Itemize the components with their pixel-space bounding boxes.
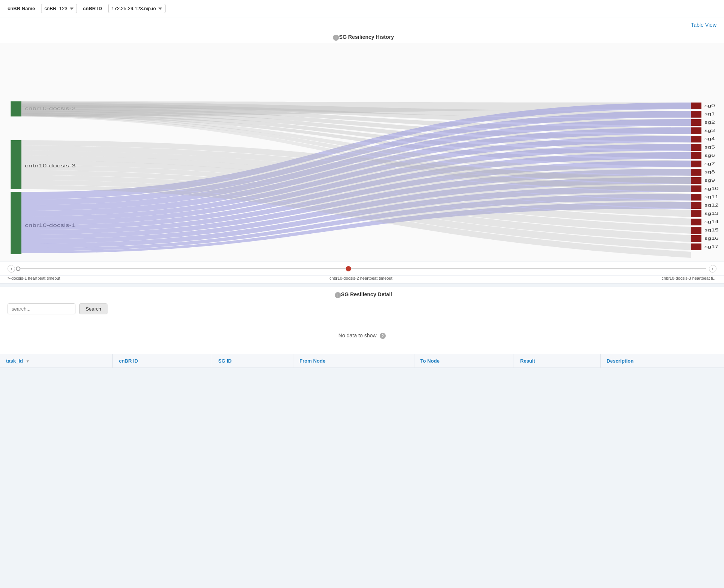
col-to-node[interactable]: To Node — [414, 354, 514, 368]
header-bar: cnBR Name cnBR_123 cnBR ID 172.25.29.123… — [0, 0, 724, 17]
svg-text:sg15: sg15 — [704, 228, 719, 232]
timeline-prev-arrow[interactable]: ‹ — [8, 265, 15, 273]
detail-table: task_id ▼ cnBR ID SG ID From Node To Nod… — [0, 354, 724, 368]
svg-text:sg16: sg16 — [704, 236, 719, 240]
timeline-label-right: cnbr10-docsis-3 heartbeat ti... — [661, 276, 716, 280]
svg-text:sg4: sg4 — [704, 136, 715, 141]
svg-rect-21 — [691, 194, 701, 201]
sankey-panel: i SG Resiliency History cnbr10-docsis-2 … — [0, 29, 724, 262]
svg-rect-11 — [691, 152, 701, 159]
sankey-diagram: cnbr10-docsis-2 cnbr10-docsis-3 cnbr10-d… — [0, 43, 724, 262]
svg-text:sg5: sg5 — [704, 145, 715, 149]
timeline-track — [18, 265, 706, 273]
svg-rect-17 — [691, 177, 701, 184]
svg-text:sg8: sg8 — [704, 170, 715, 174]
detail-info-icon[interactable]: i — [335, 292, 341, 298]
svg-rect-15 — [691, 169, 701, 176]
timeline-dot-active[interactable] — [346, 266, 351, 271]
timeline-bar: ‹ › — [0, 262, 724, 276]
svg-text:sg3: sg3 — [704, 128, 715, 133]
detail-panel: i SG Resiliency Detail Search No data to… — [0, 287, 724, 368]
svg-text:sg7: sg7 — [704, 161, 715, 166]
svg-rect-5 — [691, 127, 701, 134]
detail-title: SG Resiliency Detail — [341, 287, 392, 300]
svg-rect-23 — [691, 202, 701, 209]
sort-icon-task-id: ▼ — [26, 359, 29, 363]
col-sg-id[interactable]: SG ID — [212, 354, 293, 368]
timeline-next-arrow[interactable]: › — [709, 265, 716, 273]
timeline-dot-start — [16, 266, 20, 271]
right-label-sg0: sg0 — [704, 103, 715, 108]
svg-rect-27 — [691, 219, 701, 225]
cnbr-id-label: cnBR ID — [83, 6, 102, 11]
search-bar: Search — [0, 300, 724, 317]
svg-text:sg11: sg11 — [704, 194, 719, 199]
col-task-id[interactable]: task_id ▼ — [0, 354, 113, 368]
svg-text:sg17: sg17 — [704, 244, 719, 249]
svg-rect-33 — [691, 243, 701, 250]
svg-rect-7 — [691, 136, 701, 142]
col-from-node[interactable]: From Node — [293, 354, 414, 368]
svg-text:sg2: sg2 — [704, 120, 715, 124]
right-node-sg0 — [691, 103, 701, 109]
left-node-docsis3 — [11, 140, 21, 189]
timeline-label-left: >-docsis-1 heartbeat timeout — [8, 276, 60, 280]
svg-text:sg10: sg10 — [704, 186, 719, 191]
cnbr-id-select[interactable]: 172.25.29.123.nip.io — [108, 4, 166, 13]
svg-text:sg1: sg1 — [704, 112, 715, 116]
svg-text:sg9: sg9 — [704, 178, 715, 182]
svg-rect-9 — [691, 144, 701, 151]
left-node-docsis2 — [11, 101, 21, 116]
svg-rect-31 — [691, 235, 701, 242]
cnbr-name-label: cnBR Name — [8, 6, 35, 11]
no-data-message: No data to show ? — [0, 317, 724, 354]
sankey-info-icon[interactable]: i — [333, 35, 339, 41]
sankey-title: SG Resiliency History — [339, 29, 394, 43]
col-result[interactable]: Result — [514, 354, 600, 368]
col-cnbr-id[interactable]: cnBR ID — [113, 354, 212, 368]
svg-text:sg12: sg12 — [704, 203, 719, 207]
table-view-link[interactable]: Table View — [691, 22, 716, 28]
cnbr-name-select[interactable]: cnBR_123 — [41, 4, 77, 13]
no-data-text: No data to show — [338, 332, 376, 338]
svg-text:sg6: sg6 — [704, 153, 715, 158]
svg-rect-25 — [691, 210, 701, 217]
col-description[interactable]: Description — [600, 354, 724, 368]
svg-rect-1 — [691, 111, 701, 118]
no-data-help-icon[interactable]: ? — [380, 333, 386, 339]
svg-text:sg14: sg14 — [704, 219, 719, 224]
search-button[interactable]: Search — [79, 303, 107, 314]
table-view-section: Table View — [0, 17, 724, 29]
timeline-labels: >-docsis-1 heartbeat timeout cnbr10-docs… — [0, 276, 724, 284]
table-header-row: task_id ▼ cnBR ID SG ID From Node To Nod… — [0, 354, 724, 368]
svg-rect-29 — [691, 227, 701, 234]
sankey-svg: cnbr10-docsis-2 cnbr10-docsis-3 cnbr10-d… — [0, 43, 724, 262]
svg-rect-13 — [691, 161, 701, 167]
timeline-label-center: cnbr10-docsis-2 heartbeat timeout — [330, 276, 393, 280]
timeline-line — [18, 268, 706, 269]
svg-rect-3 — [691, 119, 701, 126]
svg-text:sg13: sg13 — [704, 211, 719, 216]
search-input[interactable] — [8, 303, 75, 314]
svg-rect-19 — [691, 185, 701, 192]
left-node-docsis1 — [11, 192, 21, 254]
